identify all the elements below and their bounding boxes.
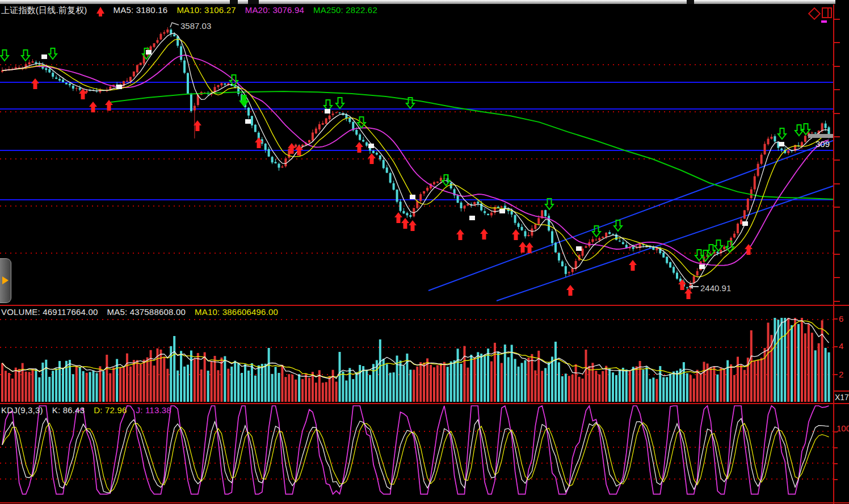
symbol-title: 上证指数(日线.前复权): [1, 5, 87, 15]
side-panel-expander[interactable]: [0, 258, 11, 303]
minimize-dash-icon[interactable]: [821, 20, 827, 23]
chart-canvas[interactable]: [0, 0, 849, 504]
volume-value[interactable]: VOLUME: 469117664.00: [1, 307, 98, 317]
volume-axis-2: 2: [839, 369, 843, 379]
trough-price-annotation: 2440.91: [700, 283, 731, 293]
ma250-value[interactable]: MA250: 2822.62: [313, 5, 377, 15]
volume-ma10-value[interactable]: MA10: 386606496.00: [195, 307, 278, 317]
kdj-label[interactable]: KDJ(9,3,3): [1, 405, 43, 415]
kdj-j-value[interactable]: J: 113.38: [136, 405, 171, 415]
peak-price-annotation: 3587.03: [180, 21, 211, 31]
volume-axis-6: 6: [839, 314, 843, 324]
volume-scale-label: X17: [835, 393, 849, 402]
kdj-axis-100: 100: [837, 423, 849, 433]
kdj-header: KDJ(9,3,3) K: 86.43 D: 72.96 J: 113.38: [1, 405, 171, 415]
kdj-k-value[interactable]: K: 86.43: [52, 405, 85, 415]
expand-arrow-icon: [2, 276, 9, 284]
ma5-value[interactable]: MA5: 3180.16: [114, 5, 168, 15]
ma10-value[interactable]: MA10: 3106.27: [176, 5, 236, 15]
volume-header: VOLUME: 469117664.00 MA5: 437588608.00 M…: [1, 307, 278, 317]
last-price-label: 309: [816, 139, 830, 149]
trading-app-window: 上证指数(日线.前复权) MA5: 3180.16 MA10: 3106.27 …: [0, 0, 849, 504]
kdj-d-value[interactable]: D: 72.96: [94, 405, 127, 415]
volume-ma5-value[interactable]: MA5: 437588608.00: [107, 307, 186, 317]
main-chart-header: 上证指数(日线.前复权) MA5: 3180.16 MA10: 3106.27 …: [1, 5, 377, 15]
window-split-icon[interactable]: [822, 7, 832, 18]
up-arrow-icon: [96, 7, 104, 14]
volume-axis-4: 4: [839, 341, 843, 351]
ma20-value[interactable]: MA20: 3076.94: [245, 5, 304, 15]
